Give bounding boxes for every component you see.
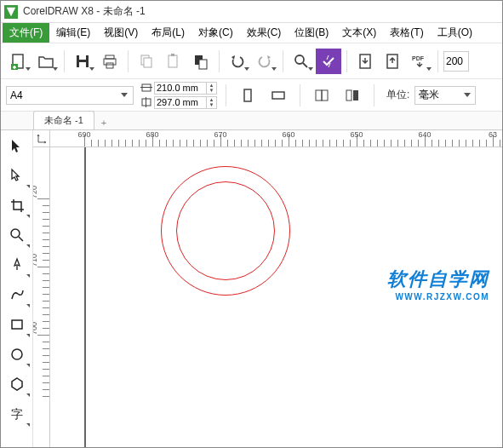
svg-rect-4 <box>79 62 86 67</box>
all-pages-button[interactable] <box>309 83 334 107</box>
menu-view[interactable]: 视图(V) <box>97 23 145 43</box>
standard-toolbar: PDF <box>1 43 502 79</box>
print-button[interactable] <box>97 49 123 74</box>
menu-edit[interactable]: 编辑(E) <box>49 23 97 43</box>
work-area: 字 69068067066065064063 720710700 软件自学网 W… <box>1 130 502 447</box>
toolbar-separator <box>300 84 300 106</box>
paste-button[interactable] <box>161 49 186 74</box>
ruler-origin-icon[interactable] <box>33 130 50 147</box>
drawing-circle-inner[interactable] <box>176 181 275 280</box>
svg-rect-6 <box>104 59 116 65</box>
app-logo-icon <box>4 5 18 19</box>
svg-rect-10 <box>169 55 177 67</box>
new-doc-button[interactable] <box>6 49 31 74</box>
toolbar-separator <box>346 50 347 72</box>
units-select[interactable]: 毫米 <box>414 86 476 105</box>
property-bar: A4 ▲▼ ▲▼ 单位: 毫米 <box>1 79 502 112</box>
snap-button[interactable] <box>316 49 341 74</box>
height-spinner[interactable]: ▲▼ <box>207 96 217 109</box>
svg-rect-27 <box>353 90 358 101</box>
undo-button[interactable] <box>225 49 250 74</box>
page-dimensions: ▲▼ ▲▼ <box>139 81 217 109</box>
window-title: CorelDRAW X8 - 未命名 -1 <box>23 4 146 19</box>
svg-rect-24 <box>316 90 322 101</box>
current-page-button[interactable] <box>340 83 365 107</box>
document-tabs: 未命名 -1 + <box>1 112 502 130</box>
open-button[interactable] <box>33 49 59 74</box>
clipboard-button[interactable] <box>188 49 214 74</box>
zoom-level-input[interactable] <box>443 51 469 72</box>
horizontal-ruler[interactable]: 69068067066065064063 <box>50 130 502 147</box>
svg-text:PDF: PDF <box>412 55 425 61</box>
paper-size-select[interactable]: A4 <box>6 86 134 105</box>
menu-bitmap[interactable]: 位图(B) <box>288 23 335 43</box>
svg-point-28 <box>11 229 20 238</box>
portrait-button[interactable] <box>235 83 260 107</box>
menu-effect[interactable]: 效果(C) <box>240 23 289 43</box>
pick-tool[interactable] <box>3 130 31 160</box>
pdf-export-button[interactable]: PDF <box>407 49 432 74</box>
toolbar-separator <box>128 50 129 72</box>
canvas[interactable]: 软件自学网 WWW.RJZXW.COM <box>50 147 502 447</box>
svg-rect-5 <box>106 55 114 59</box>
title-bar: CorelDRAW X8 - 未命名 -1 <box>1 1 502 23</box>
svg-rect-25 <box>322 90 328 101</box>
export-button[interactable] <box>380 49 405 74</box>
menu-file[interactable]: 文件(F) <box>3 23 49 43</box>
width-icon <box>139 82 154 94</box>
svg-rect-22 <box>244 89 251 101</box>
menu-tools[interactable]: 工具(O) <box>431 23 479 43</box>
toolbar-separator <box>219 50 220 72</box>
toolbar-separator <box>64 50 65 72</box>
height-icon <box>139 96 154 108</box>
crop-tool[interactable] <box>3 190 31 220</box>
toolbar-separator <box>226 84 226 106</box>
svg-point-14 <box>295 55 304 64</box>
units-label: 单位: <box>386 88 409 102</box>
svg-rect-26 <box>346 90 352 101</box>
zoom-tool[interactable] <box>3 220 31 250</box>
artistic-media-tool[interactable] <box>3 279 31 309</box>
width-spinner[interactable]: ▲▼ <box>207 82 217 95</box>
page-width-input[interactable] <box>154 82 207 95</box>
toolbox: 字 <box>1 130 33 447</box>
svg-rect-13 <box>199 60 207 69</box>
redo-button[interactable] <box>252 49 277 74</box>
landscape-button[interactable] <box>266 83 291 107</box>
save-button[interactable] <box>70 49 95 74</box>
freehand-tool[interactable] <box>3 250 31 279</box>
svg-rect-11 <box>171 54 174 56</box>
svg-rect-9 <box>144 58 151 67</box>
ellipse-tool[interactable] <box>3 339 31 369</box>
page-height-input[interactable] <box>154 96 207 109</box>
watermark-text-2: WWW.RJZXW.COM <box>387 292 489 302</box>
import-button[interactable] <box>352 49 378 74</box>
svg-rect-29 <box>12 320 22 329</box>
units-value: 毫米 <box>419 88 439 102</box>
menu-text[interactable]: 文本(X) <box>335 23 383 43</box>
paper-size-value: A4 <box>10 89 23 101</box>
svg-rect-3 <box>79 55 86 60</box>
menu-layout[interactable]: 布局(L) <box>145 23 191 43</box>
polygon-tool[interactable] <box>3 369 31 399</box>
toolbar-separator <box>437 50 438 72</box>
copy-button[interactable] <box>134 49 159 74</box>
menu-table[interactable]: 表格(T) <box>383 23 430 43</box>
canvas-area: 69068067066065064063 720710700 软件自学网 WWW… <box>33 130 502 447</box>
svg-text:字: 字 <box>11 407 23 421</box>
menu-object[interactable]: 对象(C) <box>191 23 240 43</box>
add-tab-button[interactable]: + <box>96 116 111 129</box>
rectangle-tool[interactable] <box>3 309 31 339</box>
tab-doc-1[interactable]: 未命名 -1 <box>33 111 94 129</box>
svg-point-30 <box>12 349 22 359</box>
watermark-text-1: 软件自学网 <box>387 267 489 292</box>
watermark: 软件自学网 WWW.RJZXW.COM <box>387 267 489 302</box>
svg-rect-23 <box>272 92 284 99</box>
menu-bar: 文件(F) 编辑(E) 视图(V) 布局(L) 对象(C) 效果(C) 位图(B… <box>1 23 502 43</box>
search-button[interactable] <box>289 49 314 74</box>
svg-rect-7 <box>106 63 113 68</box>
toolbar-separator <box>374 84 374 106</box>
text-tool[interactable]: 字 <box>3 399 31 428</box>
vertical-ruler[interactable]: 720710700 <box>33 147 50 447</box>
shape-tool[interactable] <box>3 160 31 190</box>
